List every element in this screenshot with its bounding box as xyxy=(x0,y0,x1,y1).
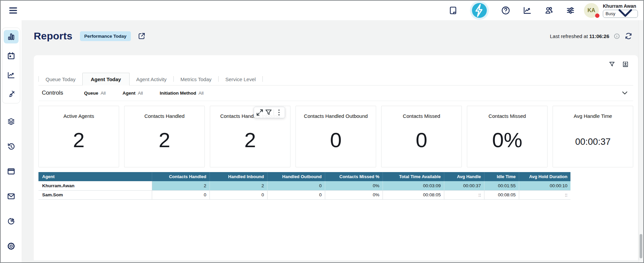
kpi-card-value: 0% xyxy=(492,120,523,167)
control-filters: QueueAllAgentAllInitiation MethodAll xyxy=(84,91,203,96)
external-link-icon[interactable] xyxy=(138,32,146,40)
app-window: KA Khurram Awan Busy Reports Performance… xyxy=(0,0,644,263)
table-row[interactable]: Khurram.Awan2200%00:03:0900:00:3700:01:5… xyxy=(38,181,570,190)
sidebar-item-pie-chart[interactable] xyxy=(4,217,19,226)
filter-agent[interactable]: AgentAll xyxy=(122,91,143,96)
scrollbar-thumb[interactable] xyxy=(640,234,642,258)
kpi-card-2[interactable]: Contacts Handled Inbound2 xyxy=(210,106,290,167)
card-hover-toolbar xyxy=(254,107,285,118)
report-badge[interactable]: Performance Today xyxy=(80,31,131,41)
kpi-card-value: 0 xyxy=(416,120,427,167)
column-header-idle-time[interactable]: Idle Time xyxy=(484,172,519,181)
kpi-card-5[interactable]: Contacts Missed0% xyxy=(467,106,548,167)
column-header-contacts-handled[interactable]: Contacts Handled xyxy=(152,172,209,181)
table-cell: 0 xyxy=(152,190,209,199)
controls-bar: Controls QueueAllAgentAllInitiation Meth… xyxy=(38,86,633,101)
analytics-icon[interactable] xyxy=(523,6,532,15)
mail-icon xyxy=(7,192,16,201)
kpi-card-title: Active Agents xyxy=(61,113,96,119)
tab-metrics-today[interactable]: Metrics Today xyxy=(174,73,218,85)
table-cell: :: xyxy=(519,190,570,199)
people-icon[interactable] xyxy=(544,6,554,15)
status-select[interactable]: Busy xyxy=(603,10,638,18)
column-header-agent[interactable]: Agent xyxy=(38,172,152,181)
main-content: Reports Performance Today Last refreshed… xyxy=(22,20,643,262)
agent-table: AgentContacts HandledHandled InboundHand… xyxy=(38,172,570,200)
kpi-card-1[interactable]: Contacts Handled2 xyxy=(124,106,205,167)
filter-queue[interactable]: QueueAll xyxy=(84,91,106,96)
table-cell: 00:03:09 xyxy=(383,181,444,190)
page-title: Reports xyxy=(34,30,73,42)
filter-initiation-method[interactable]: Initiation MethodAll xyxy=(160,91,204,96)
column-header-handled-outbound[interactable]: Handled Outbound xyxy=(267,172,325,181)
download-icon[interactable] xyxy=(622,61,629,68)
sidebar-report-group xyxy=(2,28,20,103)
sidebar-item-layers[interactable] xyxy=(4,117,19,126)
layers-icon xyxy=(7,117,16,126)
line-chart-icon xyxy=(7,71,16,79)
column-header-avg-handle[interactable]: Avg Handle xyxy=(444,172,484,181)
brush-icon xyxy=(7,90,16,99)
toolbar-divider xyxy=(274,109,274,116)
sidebar xyxy=(1,20,22,262)
kpi-card-title: Contacts Handled xyxy=(142,113,187,119)
table-cell: 0 xyxy=(267,190,325,199)
expand-icon[interactable] xyxy=(255,108,264,117)
column-header-total-time-available[interactable]: Total Time Available xyxy=(383,172,444,181)
sidebar-item-mail[interactable] xyxy=(4,192,19,201)
sidebar-item-calendar[interactable] xyxy=(4,49,19,63)
refresh-icon[interactable] xyxy=(624,32,633,40)
scrollbar[interactable] xyxy=(639,20,643,262)
column-header-contacts-missed-[interactable]: Contacts Missed % xyxy=(325,172,383,181)
table-cell: 00:08:05 xyxy=(484,190,519,199)
kpi-card-value: 2 xyxy=(159,120,170,167)
table-cell: 0% xyxy=(325,190,383,199)
avatar[interactable]: KA xyxy=(584,3,599,18)
kebab-icon[interactable] xyxy=(275,108,283,117)
report-tabs: Queue TodayAgent TodayAgent ActivityMetr… xyxy=(38,73,633,86)
filter-value: All xyxy=(101,91,106,96)
tab-agent-today[interactable]: Agent Today xyxy=(82,73,130,86)
sidebar-item-bar-chart[interactable] xyxy=(4,30,19,43)
info-icon[interactable] xyxy=(614,33,620,39)
tab-service-level[interactable]: Service Level xyxy=(219,73,262,85)
table-cell: 2 xyxy=(209,181,267,190)
last-refreshed-time: 11:06:26 xyxy=(589,33,609,39)
table-cell: 0% xyxy=(325,181,383,190)
history-icon xyxy=(7,142,16,151)
sidebar-item-brush[interactable] xyxy=(4,88,19,101)
table-cell: 0 xyxy=(267,181,325,190)
filter-icon[interactable] xyxy=(608,61,616,68)
sliders-icon[interactable] xyxy=(566,6,575,15)
column-header-handled-inbound[interactable]: Handled Inbound xyxy=(209,172,267,181)
tab-queue-today[interactable]: Queue Today xyxy=(39,73,82,85)
sidebar-item-settings[interactable] xyxy=(4,241,19,251)
kpi-card-title: Contacts Missed xyxy=(486,113,528,119)
sidebar-item-line-chart[interactable] xyxy=(4,68,19,82)
tab-agent-activity[interactable]: Agent Activity xyxy=(130,73,173,85)
table-cell: 2 xyxy=(152,181,209,190)
table-cell: :: xyxy=(444,190,484,199)
lightning-icon[interactable] xyxy=(470,1,489,20)
kpi-card-3[interactable]: Contacts Handled Outbound0 xyxy=(296,106,376,167)
table-cell: 00:08:05 xyxy=(383,190,444,199)
column-header-avg-hold-duration[interactable]: Avg Hold Duration xyxy=(519,172,570,181)
kpi-card-value: 0 xyxy=(330,120,341,167)
table-cell: 00:00:10 xyxy=(519,181,570,190)
settings-icon xyxy=(7,242,16,251)
kpi-card-4[interactable]: Contacts Missed0 xyxy=(381,106,462,167)
kpi-card-6[interactable]: Avg Handle Time00:00:37 xyxy=(553,106,633,167)
kpi-cards: Active Agents2Contacts Handled2Contacts … xyxy=(38,106,633,167)
kpi-card-title: Contacts Missed xyxy=(401,113,442,119)
topbar-icons xyxy=(448,1,575,20)
controls-collapse-chevron-icon[interactable] xyxy=(621,89,628,97)
sidebar-item-history[interactable] xyxy=(4,142,19,151)
note-icon[interactable] xyxy=(448,6,458,15)
table-row[interactable]: Sam.Som0000%00:08:05::00:08:05:: xyxy=(38,190,570,199)
help-icon[interactable] xyxy=(501,6,510,15)
kpi-card-0[interactable]: Active Agents2 xyxy=(38,106,119,167)
sidebar-item-window[interactable] xyxy=(4,167,19,176)
agent-name-cell: Khurram.Awan xyxy=(38,181,152,190)
filter-icon[interactable] xyxy=(264,108,273,117)
hamburger-menu-icon[interactable] xyxy=(8,5,18,15)
